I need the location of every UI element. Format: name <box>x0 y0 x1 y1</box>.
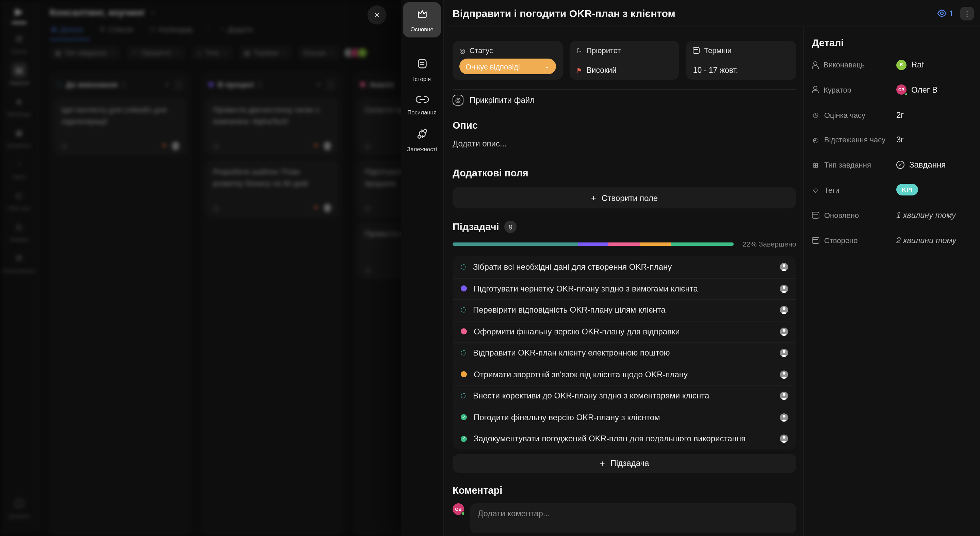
subtask-assignee-avatar[interactable] <box>780 349 788 357</box>
modal-main: ◎Статус Очікує відповіді ⌄ ⚐Пріоритет ⚑В… <box>444 27 803 536</box>
custom-fields-heading: Додаткові поля <box>453 168 796 179</box>
progress-segment-done <box>671 242 733 246</box>
status-ring-icon: ◎ <box>460 47 465 54</box>
subtask-status-icon[interactable] <box>461 350 466 356</box>
details-row[interactable]: ◷Оцінка часу 2г <box>812 105 970 124</box>
dates-value: 10 - 17 жовт. <box>693 66 789 74</box>
details-row[interactable]: ◇Теги KPI <box>812 180 970 199</box>
subtask-row[interactable]: Зібрати всі необхідні дані для створення… <box>453 256 796 278</box>
modal-right: Відправити і погодити OKR-план з клієнто… <box>444 0 980 536</box>
more-menu-button[interactable]: ⋮ <box>960 6 974 20</box>
subtask-assignee-avatar[interactable] <box>780 413 788 421</box>
plus-icon: + <box>591 193 596 203</box>
flag-icon: ⚑ <box>576 66 582 74</box>
avatar: OB <box>896 85 907 95</box>
link-icon <box>415 94 429 106</box>
subtask-row[interactable]: Отримати зворотній зв'язок від клієнта щ… <box>453 363 796 385</box>
priority-card[interactable]: ⚐Пріоритет ⚑Високий <box>569 41 679 80</box>
tag-icon: ◇ <box>812 186 819 194</box>
paperclip-icon: @ <box>453 94 463 105</box>
description-input[interactable]: Додати опис... <box>453 139 796 148</box>
comment-input[interactable]: Додати коментар... <box>470 503 796 533</box>
subtask-row[interactable]: Підготувати чернетку OKR-плану згідно з … <box>453 278 796 299</box>
subtask-status-icon[interactable] <box>461 372 467 378</box>
modal-nav: Основне Історія Посилання Залежності <box>401 0 444 536</box>
modal-nav-history[interactable]: Історія <box>413 57 431 82</box>
person-icon <box>812 61 819 69</box>
subtask-status-icon[interactable] <box>461 393 466 399</box>
progress-segment-inprogress <box>578 242 609 246</box>
subtask-assignee-avatar[interactable] <box>780 392 788 400</box>
details-heading: Деталі <box>812 37 970 48</box>
details-row[interactable]: Створено 2 хвилини тому <box>812 231 970 250</box>
plus-icon: + <box>600 458 605 468</box>
progress-segment-todo <box>453 242 578 246</box>
calendar-icon <box>693 47 700 54</box>
person-icon <box>812 86 819 94</box>
progress-segment-review <box>609 242 640 246</box>
details-row[interactable]: ⊞Тип завдання ✓Завдання <box>812 155 970 174</box>
subtask-assignee-avatar[interactable] <box>780 328 788 336</box>
subtask-assignee-avatar[interactable] <box>780 306 788 314</box>
priority-value: ⚑Високий <box>576 66 672 74</box>
status-dropdown[interactable]: Очікує відповіді ⌄ <box>460 59 556 74</box>
subtask-status-icon[interactable] <box>461 286 467 292</box>
subtask-status-icon[interactable] <box>461 264 466 270</box>
subtask-list: Зібрати всі необхідні дані для створення… <box>453 256 796 449</box>
calendar-icon <box>812 237 819 244</box>
close-modal-button[interactable]: × <box>368 5 387 24</box>
crown-icon <box>415 7 428 23</box>
subtask-done-icon[interactable]: ✓ <box>461 436 467 442</box>
viewers-count: 1 <box>949 9 953 18</box>
status-label: ◎Статус <box>460 46 556 54</box>
history-icon <box>415 57 428 73</box>
subtask-assignee-avatar[interactable] <box>780 263 788 271</box>
create-field-button[interactable]: + Створити поле <box>453 187 796 208</box>
subtasks-progress-label: 22% Завершено <box>733 240 796 248</box>
priority-label: ⚐Пріоритет <box>576 46 672 54</box>
subtask-assignee-avatar[interactable] <box>780 370 788 379</box>
dates-label: Терміни <box>693 46 789 54</box>
subtasks-count-badge: 9 <box>504 221 517 233</box>
subtask-row[interactable]: Відправити OKR-план клієнту електронною … <box>453 342 796 363</box>
add-subtask-button[interactable]: + Підзадача <box>453 454 796 472</box>
subtask-assignee-avatar[interactable] <box>780 435 788 443</box>
status-card: ◎Статус Очікує відповіді ⌄ <box>453 41 563 80</box>
flag-outline-icon: ⚐ <box>576 47 582 54</box>
details-row[interactable]: Виконавець RRaf <box>812 55 970 74</box>
subtask-row[interactable]: ✓ Задокументувати погоджений OKR-план дл… <box>453 428 796 449</box>
subtask-done-icon[interactable]: ✓ <box>461 415 467 421</box>
tag-pill[interactable]: KPI <box>896 184 918 196</box>
details-row[interactable]: Оновлено 1 хвилину тому <box>812 206 970 225</box>
details-rows: Виконавець RRaf Куратор OBОлег В ◷Оцінка… <box>812 55 970 250</box>
subtask-status-icon[interactable] <box>461 329 467 335</box>
details-row[interactable]: ◴Відстеження часу 3г <box>812 131 970 150</box>
current-user-avatar: OB <box>453 503 464 515</box>
modal-header: Відправити і погодити OKR-план з клієнто… <box>444 0 980 27</box>
screen: ▶ ⊞ Панель ▤ Завдання ◈ ВайтБорди ▣ Доку… <box>0 0 980 536</box>
dependencies-icon <box>415 128 428 143</box>
calendar-icon <box>812 212 819 219</box>
subtask-assignee-avatar[interactable] <box>780 285 788 293</box>
details-row[interactable]: Куратор OBОлег В <box>812 80 970 99</box>
subtask-status-icon[interactable] <box>461 308 466 313</box>
subtasks-progress-row: 22% Завершено <box>453 240 796 248</box>
eye-icon <box>937 10 946 17</box>
viewers-indicator[interactable]: 1 <box>937 9 953 18</box>
dates-card[interactable]: Терміни 10 - 17 жовт. <box>686 41 796 80</box>
attach-file-button[interactable]: @ Прикріпити файл <box>453 89 796 110</box>
modal-nav-crown[interactable]: Основне <box>403 2 441 37</box>
subtasks-progress-bar <box>453 242 733 246</box>
task-title: Відправити і погодити OKR-план з клієнто… <box>453 8 937 19</box>
subtask-row[interactable]: ✓ Погодити фінальну версію OKR-плану з к… <box>453 406 796 428</box>
grid-icon: ⊞ <box>812 161 819 169</box>
subtasks-heading-row: Підзадачі 9 <box>453 221 796 233</box>
details-panel: Деталі Виконавець RRaf Куратор OBОлег В … <box>803 27 980 536</box>
subtask-row[interactable]: Внести корективи до OKR-плану згідно з к… <box>453 385 796 406</box>
modal-nav-dependencies[interactable]: Залежності <box>407 128 437 153</box>
subtask-row[interactable]: Оформити фінальну версію OKR-плану для в… <box>453 321 796 342</box>
modal-nav-link[interactable]: Посилання <box>407 94 437 116</box>
subtasks-heading: Підзадачі <box>453 221 499 232</box>
subtask-row[interactable]: Перевірити відповідність OKR-плану цілям… <box>453 299 796 321</box>
comments-heading: Коментарі <box>453 485 796 496</box>
